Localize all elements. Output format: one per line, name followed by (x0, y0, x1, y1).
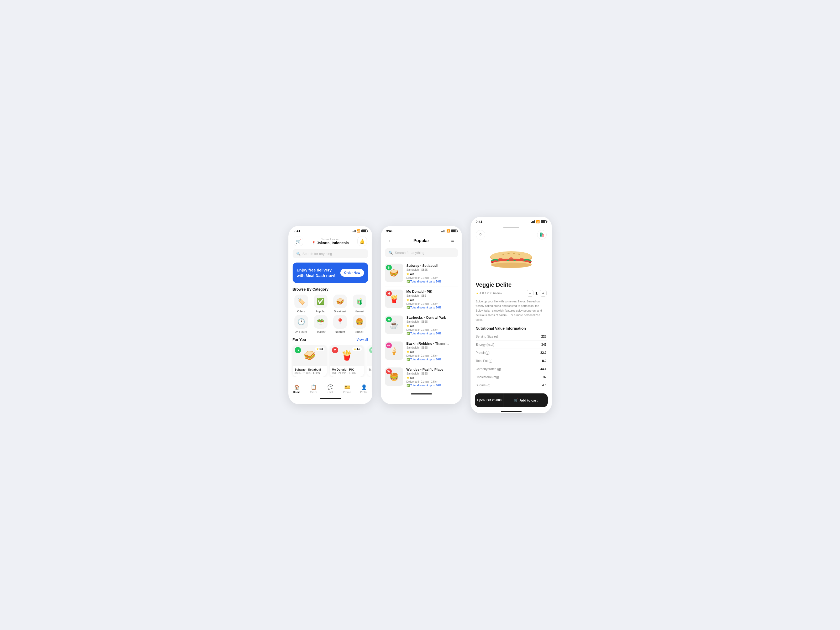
subway-logo: S (386, 265, 392, 271)
p2-title: Popular (414, 238, 429, 243)
promo-text: Enjoy free delivery with Meal Dash now! (297, 267, 341, 278)
category-healthy[interactable]: 🥗 Healthy (312, 315, 329, 333)
subway-card-info: Subway - Setiabudi $$$$ · 21 min · 1.5km (293, 366, 327, 376)
time-3: 9:41 (476, 220, 483, 224)
add-to-cart-bar: 1 pcs IDR 25,000 🛒 Add to cart (475, 394, 548, 407)
promo-icon: 🎫 (344, 384, 350, 390)
food-card-third[interactable]: ☕ S M... (367, 345, 373, 376)
status-icons-3: 📶 (531, 220, 546, 224)
bag-button[interactable]: 🛍️ (537, 230, 546, 239)
nutrition-energy: Energy (kcal) 347 (476, 341, 546, 349)
order-now-button[interactable]: Order Now (340, 269, 364, 277)
nav-promo[interactable]: 🎫 Promo (341, 384, 354, 394)
food-description: Spice up your life with some real flavor… (476, 299, 546, 322)
nav-order[interactable]: 📋 Order (307, 384, 320, 394)
home-icon: 🏠 (294, 384, 300, 390)
newest-label: Newest (355, 310, 364, 313)
sugars-value: 4.0 (542, 383, 546, 387)
home-label: Home (293, 391, 300, 394)
baskin-category: Sandwich · $$$$ (406, 346, 458, 349)
home-indicator-3 (501, 411, 522, 412)
search-placeholder-2: Search for anything (395, 251, 425, 255)
category-24hours[interactable]: 🕐 24 Hours (293, 315, 310, 333)
nutrition-serving: Serving Size (g) 225 (476, 332, 546, 341)
starbucks-rating: ★ 4.8 (406, 324, 458, 328)
nav-profile[interactable]: 👤 Profile (357, 384, 371, 394)
baskin-name: Baskin Robbins - Thamri... (406, 342, 458, 345)
profile-icon: 👤 (361, 384, 367, 390)
nearest-icon-box: 📍 (333, 315, 347, 329)
24hours-label: 24 Hours (295, 330, 307, 333)
home-indicator-1 (320, 398, 341, 399)
decrease-qty-button[interactable]: − (527, 290, 534, 297)
third-card-name: M... (369, 368, 373, 371)
favorite-button[interactable]: ♡ (476, 230, 485, 239)
mcdonald-img: 🍟 M (385, 290, 403, 308)
time-1: 9:41 (294, 229, 300, 233)
phone-1: 9:41 📶 🛒 Current location: 📍 Jakarta, (288, 226, 373, 404)
baskin-rating: ★ 4.8 (406, 350, 458, 354)
breakfast-label: Breakfast (334, 310, 346, 313)
food-name: Veggie Delite (476, 282, 546, 288)
category-offers[interactable]: 🏷️ Offers (293, 295, 310, 313)
nav-chat[interactable]: 💬 Chat (324, 384, 337, 394)
phone-2: 9:41 📶 ← Popular ≡ 🔍 Search for anything (381, 226, 462, 404)
nutrition-fat: Total Fat (g) 8.9 (476, 357, 546, 365)
search-bar-2[interactable]: 🔍 Search for anything (385, 248, 458, 257)
increase-qty-button[interactable]: + (540, 290, 546, 297)
add-to-cart-button[interactable]: 🛒 Add to cart (504, 394, 547, 407)
category-newest[interactable]: 🧃 Newest (351, 295, 368, 313)
status-bar-1: 9:41 📶 (288, 226, 373, 235)
wendys-details: Delivered in 21 min · 1.5km (406, 380, 458, 383)
nav-home[interactable]: 🏠 Home (290, 384, 303, 394)
cart-button[interactable]: 🛒 (294, 236, 303, 246)
mcdonald-card-image: 🍟 M ★ 4.5 (330, 345, 364, 366)
location-display: Current location: 📍 Jakarta, Indonesia (312, 238, 349, 245)
mcdonald-info: Mc Donald - PIK Sandwich · $$$ ★ 4.8 Del… (406, 290, 458, 309)
restaurant-starbucks[interactable]: ☕ ★ Starbucks - Central Park Sandwich · … (385, 312, 458, 339)
restaurant-baskin[interactable]: 🍦 BR Baskin Robbins - Thamri... Sandwich… (385, 339, 458, 364)
p3-header: ♡ 🛍️ (471, 228, 552, 239)
restaurant-subway[interactable]: 🥪 S Subway - Setiabudi Sandwich · $$$$ ★… (385, 260, 458, 287)
serving-label: Serving Size (g) (476, 335, 498, 339)
status-icons-2: 📶 (441, 229, 457, 233)
restaurant-wendys[interactable]: 🍔 W Wendys - Pasific Place Sandwich · $$… (385, 364, 458, 390)
nutrition-cholesterol: Cholesterol (mg) 32 (476, 373, 546, 381)
filter-button[interactable]: ≡ (448, 236, 457, 245)
battery-icon-2 (451, 230, 457, 232)
category-breakfast[interactable]: 🥪 Breakfast (332, 295, 349, 313)
starbucks-logo: ★ (386, 317, 392, 322)
starbucks-details: Delivered in 21 min · 1.5km (406, 328, 458, 331)
nearest-label: Nearest (335, 330, 345, 333)
wendys-category: Sandwich · $$$$ (406, 372, 458, 375)
status-bar-2: 9:41 📶 (381, 226, 462, 235)
cart-icon: 🛒 (514, 398, 518, 402)
nutrition-table: Serving Size (g) 225 Energy (kcal) 347 P… (476, 332, 546, 389)
category-snack[interactable]: 🍔 Snack (351, 315, 368, 333)
mcdonald-logo: M (386, 291, 392, 296)
nutrition-sugars: Sugars (g) 4.0 (476, 381, 546, 389)
mcdonald-discount: ✅ Total discount up to 50% (406, 306, 458, 309)
status-icons-1: 📶 (352, 229, 367, 233)
subway-card-image: 🥪 S ★ 4.8 (293, 345, 327, 366)
subway-category: Sandwich · $$$$ (406, 268, 458, 271)
wendys-discount: ✅ Total discount up to 50% (406, 384, 458, 387)
restaurant-mcdonald[interactable]: 🍟 M Mc Donald - PIK Sandwich · $$$ ★ 4.8… (385, 287, 458, 312)
search-icon-2: 🔍 (388, 251, 393, 255)
mcdonald-card-name: Mc Donald - PIK (332, 368, 362, 371)
food-rating-row: ★ 4.8 / 200 review − 1 + (476, 290, 546, 297)
snack-label: Snack (355, 330, 363, 333)
offers-icon-box: 🏷️ (294, 295, 308, 308)
search-bar-1[interactable]: 🔍 Search for anything (293, 249, 368, 258)
notification-button[interactable]: 🔔 (357, 236, 367, 246)
phones-container: 9:41 📶 🛒 Current location: 📍 Jakarta, (288, 217, 552, 414)
back-button[interactable]: ← (386, 236, 395, 245)
p2-header: ← Popular ≡ (381, 235, 462, 248)
food-card-mcdonald[interactable]: 🍟 M ★ 4.5 Mc Donald - PIK $$$ · 21 min ·… (330, 345, 364, 376)
category-nearest[interactable]: 📍 Nearest (332, 315, 349, 333)
food-card-subway[interactable]: 🥪 S ★ 4.8 Subway - Setiabudi $$$$ · 21 m… (293, 345, 327, 376)
view-all-button[interactable]: View all (357, 338, 368, 342)
healthy-label: Healthy (316, 330, 325, 333)
category-popular[interactable]: ✅ Popular (312, 295, 329, 313)
phone-3: 9:41 📶 ♡ 🛍️ (471, 217, 552, 414)
